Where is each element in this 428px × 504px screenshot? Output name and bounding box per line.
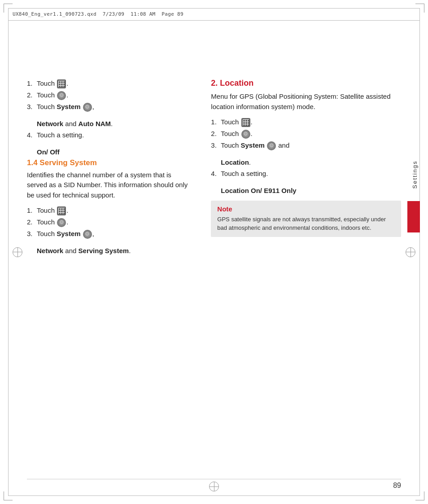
note-box: Note GPS satellite signals are not alway… (211, 201, 401, 237)
right-step-2-icon (241, 130, 250, 139)
subsection-heading: 1.4 Serving System (27, 158, 193, 167)
sub-step-list: 1. Touch . 2. Touch . 3. Touch System , (27, 206, 193, 239)
page-divider (27, 479, 401, 479)
sub-step-3-bold: System (57, 230, 80, 237)
right-step-3-content: Touch System and (221, 140, 401, 150)
right-step-1: 1. Touch . (211, 117, 401, 127)
header-page: Page 89 (162, 11, 183, 17)
left-step-3-indent: Network and Auto NAM. (27, 120, 193, 127)
sidebar-red-bar (407, 201, 420, 232)
page-number: 89 (393, 482, 401, 490)
right-step-3-indent: Location. (211, 158, 401, 166)
crosshair-left (13, 247, 22, 257)
left-step-1-icon (57, 79, 66, 88)
header-bar: UX840_Eng_ver1.1_090723.qxd 7/23/09 11:0… (8, 8, 420, 21)
sub-step-1-content: Touch . (37, 206, 193, 215)
note-text: GPS satellite signals are not always tra… (217, 215, 395, 232)
right-step-3: 3. Touch System and (211, 140, 401, 150)
left-step-2-num: 2. (27, 90, 37, 100)
header-time: 11:08 AM (131, 11, 155, 17)
sub-step-2-num: 2. (27, 217, 37, 227)
right-step-4-num: 4. (211, 169, 221, 179)
sub-step-3-content: Touch System , (37, 229, 193, 239)
content-area: 1. Touch . 2. Touch . 3. Touch System , … (27, 25, 401, 477)
right-step-4-indent: Location On/ E911 Only (211, 187, 401, 194)
right-step-3-num: 3. (211, 140, 221, 150)
left-step-list: 1. Touch . 2. Touch . 3. Touch System , (27, 79, 193, 112)
crosshair-bottom (209, 482, 219, 491)
sub-step-3: 3. Touch System , (27, 229, 193, 239)
header-date: 7/23/09 (103, 11, 124, 17)
sub-step-2-content: Touch . (37, 217, 193, 227)
right-step-3-location: Location (221, 158, 249, 166)
left-step-3: 3. Touch System , (27, 102, 193, 112)
left-step-4-num: 4. (27, 130, 37, 140)
right-step-1-content: Touch . (221, 117, 401, 127)
right-step-4-content: Touch a setting. (221, 169, 401, 179)
crosshair-right (406, 247, 415, 257)
right-step-4: 4. Touch a setting. (211, 169, 401, 179)
sub-step-3-serving: Serving System (79, 247, 129, 254)
right-step-list: 1. Touch . 2. Touch . 3. Touch System an… (211, 117, 401, 150)
right-section-title: 2. Location (211, 79, 401, 88)
subsection-desc: Identifies the channel number of a syste… (27, 170, 193, 201)
left-step-3-bold: System (57, 103, 80, 110)
right-step-2: 2. Touch . (211, 129, 401, 139)
left-step-2: 2. Touch . (27, 90, 193, 100)
sub-step-3-indent: Network and Serving System. (27, 247, 193, 254)
sub-step-1-num: 1. (27, 206, 37, 215)
right-section-desc: Menu for GPS (Global Positioning System:… (211, 92, 401, 112)
right-step-4-setting: Location On/ E911 Only (221, 187, 296, 194)
left-step-4-content: Touch a setting. (37, 130, 193, 140)
sub-step-2: 2. Touch . (27, 217, 193, 227)
sub-step-2-icon (57, 218, 66, 227)
right-step-3-bold: System (241, 141, 265, 149)
left-step-4-indent: On/ Off (27, 148, 193, 156)
right-step-1-num: 1. (211, 117, 221, 127)
right-step-3-icon (267, 141, 276, 150)
left-step-4-list: 4. Touch a setting. (27, 130, 193, 140)
right-step-4-list: 4. Touch a setting. (211, 169, 401, 179)
sidebar-label: Settings (411, 161, 418, 189)
sub-step-3-icon (83, 230, 92, 239)
left-step-1: 1. Touch . (27, 79, 193, 88)
left-column: 1. Touch . 2. Touch . 3. Touch System , … (27, 25, 206, 477)
left-step-1-num: 1. (27, 79, 37, 88)
left-step-1-content: Touch . (37, 79, 193, 88)
sub-step-1-icon (57, 206, 66, 215)
right-step-2-num: 2. (211, 129, 221, 139)
left-step-3-num: 3. (27, 102, 37, 112)
left-step-4: 4. Touch a setting. (27, 130, 193, 140)
left-step-3-network: Network (37, 120, 63, 127)
right-step-1-icon (241, 118, 250, 127)
left-step-2-icon (57, 91, 66, 100)
sub-step-3-num: 3. (27, 229, 37, 239)
header-page-sep (156, 11, 162, 17)
left-step-3-content: Touch System , (37, 102, 193, 112)
sub-step-1: 1. Touch . (27, 206, 193, 215)
left-step-4-setting: On/ Off (37, 148, 60, 156)
right-column: 2. Location Menu for GPS (Global Positio… (206, 25, 401, 477)
right-step-2-content: Touch . (221, 129, 401, 139)
sidebar-wrapper: Settings (411, 161, 418, 193)
sub-step-3-network: Network (37, 247, 63, 254)
left-step-2-content: Touch . (37, 90, 193, 100)
note-title: Note (217, 205, 395, 213)
header-separator (96, 11, 103, 17)
left-step-3-icon (83, 103, 92, 112)
header-time-sep (124, 11, 131, 17)
left-step-3-autonam: Auto NAM (79, 120, 111, 127)
header-filename: UX840_Eng_ver1.1_090723.qxd (13, 11, 96, 17)
